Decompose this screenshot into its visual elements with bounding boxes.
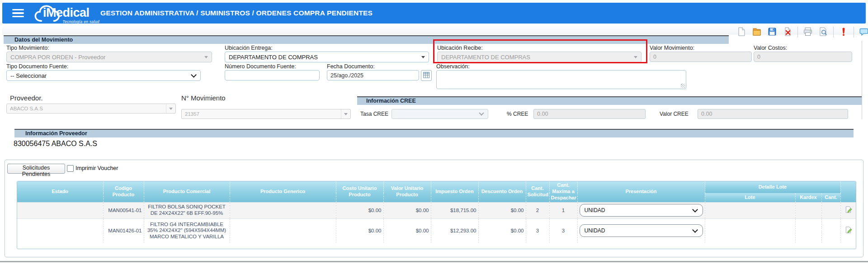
pct-cree-input: 0.00 xyxy=(533,109,646,119)
orders-table: Estado Codigo Producto Producto Comercia… xyxy=(17,181,856,243)
cell-kardex xyxy=(795,202,821,218)
orders-table-panel: Estado Codigo Producto Producto Comercia… xyxy=(17,181,856,249)
toolbar-separator xyxy=(854,27,854,38)
col-kardex: Kardex xyxy=(795,193,821,202)
valor-cree-label: Valor CREE xyxy=(660,111,689,117)
panel-right-rule xyxy=(862,41,862,119)
toolbar-separator xyxy=(797,27,798,38)
cell-producto-comercial: FILTRO BOLSA SONIQ POCKET DE 24X24X22" 6… xyxy=(144,202,230,218)
col-impuesto-orden: Impuesto Orden xyxy=(431,181,478,202)
tipo-documento-fuente-label: Tipo Documento Fuente: xyxy=(6,63,68,70)
cell-cant xyxy=(821,218,840,243)
fecha-documento-input[interactable]: 25/ago./2025 xyxy=(327,70,419,80)
pct-cree-label: % CREE xyxy=(507,111,528,117)
chevron-down-icon xyxy=(692,227,698,233)
solicitudes-pendientes-button[interactable]: Solicitudes Pendientes xyxy=(7,164,65,174)
cell-presentacion: UNIDAD xyxy=(577,202,705,218)
chevron-down-icon xyxy=(634,56,637,58)
fecha-documento-label: Fecha Documento: xyxy=(327,63,375,70)
imprimir-voucher-label: Imprimir Voucher xyxy=(75,165,118,171)
comment-icon[interactable] xyxy=(858,26,868,38)
alert-icon[interactable] xyxy=(837,26,850,38)
valor-movimiento-input: 0 xyxy=(650,52,752,62)
chevron-down-icon xyxy=(166,104,175,113)
edit-row-icon[interactable] xyxy=(844,226,852,235)
new-document-icon[interactable] xyxy=(735,26,748,38)
cell-cant-maxima: 1 xyxy=(549,202,577,218)
cell-costo-unitario: $0.00 xyxy=(336,202,383,218)
save-icon[interactable] xyxy=(766,26,778,38)
ubicacion-recibe-label: Ubicación Recibe: xyxy=(437,45,483,51)
cell-cant-maxima: 3 xyxy=(549,218,577,243)
chevron-down-icon xyxy=(191,72,197,78)
col-estado: Estado xyxy=(17,181,103,202)
menu-icon[interactable] xyxy=(12,9,24,17)
col-cant-solicitud: Cant. Solicitud xyxy=(526,181,549,202)
col-actions xyxy=(840,181,856,202)
col-producto-comercial: Producto Comercial xyxy=(144,181,230,202)
cell-producto-generico xyxy=(230,218,336,243)
proveedor-nit-nombre: 830056475 ABACO S.A.S xyxy=(14,140,97,148)
chevron-down-icon xyxy=(692,207,698,213)
producto-link[interactable]: FILTRO G4 INTERCAMBIABLE 35% 24X24X2" (5… xyxy=(147,222,226,239)
window-bottom-line xyxy=(0,261,868,262)
cell-lote xyxy=(705,202,795,218)
cell-actions xyxy=(840,218,856,243)
producto-link[interactable]: FILTRO BOLSA SONIQ POCKET DE 24X24X22" 6… xyxy=(148,204,226,216)
cell-valor-unitario: $0.00 xyxy=(383,218,431,243)
cell-producto-generico xyxy=(230,202,336,218)
observacion-label: Observación: xyxy=(436,63,470,70)
numero-documento-fuente-input[interactable] xyxy=(225,70,320,80)
presentacion-select[interactable]: UNIDAD xyxy=(580,224,703,237)
proveedor-label: Proveedor. xyxy=(10,94,43,102)
tasa-cree-select xyxy=(392,109,488,119)
col-cant-maxima: Cant. Maxima a Despachar xyxy=(549,181,577,202)
valor-cree-input: 0.00 xyxy=(698,109,848,119)
resize-grip-icon[interactable] xyxy=(681,84,685,88)
proveedor-select: ABACO S.A.S xyxy=(6,104,176,114)
print-preview-icon[interactable] xyxy=(817,26,830,38)
breadcrumb: GESTION ADMINISTRATIVA / SUMINISTROS / O… xyxy=(100,3,373,24)
chevron-down-icon xyxy=(341,109,350,118)
print-icon[interactable] xyxy=(802,26,814,38)
valor-costos-label: Valor Costos: xyxy=(754,45,787,51)
cell-impuesto: $12,293.00 xyxy=(431,218,478,243)
tasa-cree-label: Tasa CREE xyxy=(360,111,388,117)
calendar-icon[interactable] xyxy=(421,70,432,81)
col-codigo-producto: Codigo Producto xyxy=(103,181,144,202)
open-folder-icon[interactable] xyxy=(750,26,763,38)
toolbar xyxy=(735,25,868,39)
table-row: MAN00541-01 FILTRO BOLSA SONIQ POCKET DE… xyxy=(17,202,856,218)
ubicacion-recibe-select: DEPARTAMENTO DE COMPRAS xyxy=(437,52,642,62)
ubicacion-entrega-select[interactable]: DEPARTAMENTO DE COMPRAS xyxy=(225,52,429,62)
cell-descuento: $0.00 xyxy=(478,202,526,218)
tipo-movimiento-select: COMPRA POR ORDEN - Proveedor xyxy=(6,52,212,62)
app-header-bar: iMedical Tecnología en salud GESTION ADM… xyxy=(2,3,866,24)
numero-documento-fuente-label: Número Documento Fuente: xyxy=(225,63,296,70)
col-costo-unitario: Costo Unitario Producto xyxy=(336,181,383,202)
page: iMedical Tecnología en salud GESTION ADM… xyxy=(0,0,868,265)
observacion-textarea[interactable] xyxy=(436,70,686,89)
toolbar-separator xyxy=(833,27,834,38)
movimiento-label: N° Movimiento xyxy=(181,94,226,102)
logo-text: iMedical xyxy=(43,6,90,20)
table-row: MAN01426-01 FILTRO G4 INTERCAMBIABLE 35%… xyxy=(17,218,856,243)
tipo-documento-fuente-select[interactable]: -- Seleccionar xyxy=(6,70,201,81)
ubicacion-entrega-label: Ubicación Entrega: xyxy=(225,45,273,51)
col-group-detalle-lote: Detalle Lote xyxy=(705,181,840,193)
col-presentacion: Presentación xyxy=(577,181,705,202)
section-informacion-cree: Información CREE xyxy=(357,96,862,105)
cell-cant xyxy=(821,202,840,218)
cell-lote xyxy=(705,218,795,243)
valor-costos-input: 0 xyxy=(754,52,852,62)
codigo-link[interactable]: MAN00541-01 xyxy=(108,208,142,213)
imprimir-voucher-checkbox[interactable] xyxy=(67,165,74,172)
cell-actions xyxy=(840,202,856,218)
chevron-down-icon xyxy=(479,110,484,115)
edit-row-icon[interactable] xyxy=(844,206,852,215)
cell-codigo: MAN01426-01 xyxy=(103,218,144,243)
cell-cant-solicitud: 3 xyxy=(526,218,549,243)
presentacion-select[interactable]: UNIDAD xyxy=(580,204,703,217)
codigo-link[interactable]: MAN01426-01 xyxy=(108,228,142,233)
cancel-document-icon[interactable] xyxy=(781,26,794,38)
